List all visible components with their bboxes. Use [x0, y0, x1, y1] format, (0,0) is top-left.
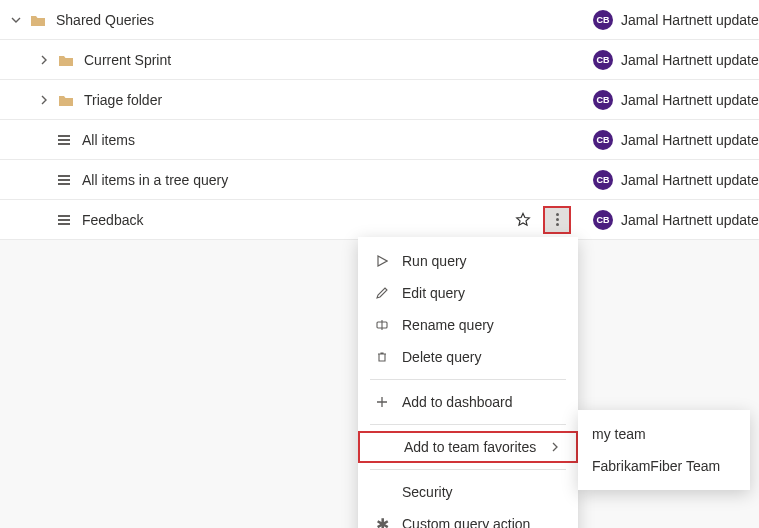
folder-icon	[58, 52, 74, 68]
svg-rect-2	[58, 143, 70, 145]
tree-row-triage-folder[interactable]: Triage folder CB Jamal Hartnett updated …	[0, 80, 759, 120]
more-actions-button[interactable]	[543, 206, 571, 234]
tree-item-label: Feedback	[82, 212, 143, 228]
avatar: CB	[593, 130, 613, 150]
menu-delete-query[interactable]: Delete query	[358, 341, 578, 373]
menu-security[interactable]: Security	[358, 476, 578, 508]
star-filled-icon: ✱	[374, 516, 390, 528]
svg-rect-3	[58, 175, 70, 177]
trash-icon	[374, 349, 390, 365]
menu-edit-query[interactable]: Edit query	[358, 277, 578, 309]
tree-row-current-sprint[interactable]: Current Sprint CB Jamal Hartnett updated…	[0, 40, 759, 80]
menu-add-team-favorites[interactable]: Add to team favorites	[358, 431, 578, 463]
tree-item-label: Current Sprint	[84, 52, 171, 68]
svg-rect-4	[58, 179, 70, 181]
chevron-right-icon[interactable]	[36, 92, 52, 108]
submenu-fabrikamfiber-team[interactable]: FabrikamFiber Team	[578, 450, 750, 482]
avatar: CB	[593, 50, 613, 70]
tree-row-shared-queries[interactable]: Shared Queries CB Jamal Hartnett updated…	[0, 0, 759, 40]
menu-separator	[370, 469, 566, 470]
menu-label: Rename query	[402, 317, 494, 333]
play-icon	[374, 253, 390, 269]
svg-rect-6	[58, 215, 70, 217]
tree-item-label: Shared Queries	[56, 12, 154, 28]
svg-rect-0	[58, 135, 70, 137]
svg-rect-1	[58, 139, 70, 141]
chevron-down-icon[interactable]	[8, 12, 24, 28]
menu-run-query[interactable]: Run query	[358, 245, 578, 277]
updated-text: Jamal Hartnett updated 9	[621, 172, 759, 188]
svg-rect-8	[58, 223, 70, 225]
tree-row-feedback[interactable]: Feedback CB Jamal Hartnett updated 9	[0, 200, 759, 240]
query-icon	[56, 172, 72, 188]
updated-text: Jamal Hartnett updated 9	[621, 132, 759, 148]
menu-label: Security	[402, 484, 453, 500]
menu-custom-query-action[interactable]: ✱ Custom query action	[358, 508, 578, 528]
tree-item-label: All items	[82, 132, 135, 148]
folder-icon	[30, 12, 46, 28]
svg-rect-5	[58, 183, 70, 185]
menu-rename-query[interactable]: Rename query	[358, 309, 578, 341]
updated-text: Jamal Hartnett updated 9	[621, 52, 759, 68]
chevron-right-icon[interactable]	[36, 52, 52, 68]
tree-item-label: All items in a tree query	[82, 172, 228, 188]
submenu-label: FabrikamFiber Team	[592, 458, 720, 474]
chevron-right-icon	[550, 439, 560, 455]
svg-rect-7	[58, 219, 70, 221]
menu-label: Edit query	[402, 285, 465, 301]
menu-label: Custom query action	[402, 516, 530, 528]
avatar: CB	[593, 90, 613, 110]
plus-icon	[374, 394, 390, 410]
tree-row-all-items[interactable]: All items CB Jamal Hartnett updated 9	[0, 120, 759, 160]
tree-row-all-items-tree[interactable]: All items in a tree query CB Jamal Hartn…	[0, 160, 759, 200]
menu-label: Run query	[402, 253, 467, 269]
updated-text: Jamal Hartnett updated 9	[621, 12, 759, 28]
submenu-label: my team	[592, 426, 646, 442]
query-icon	[56, 212, 72, 228]
updated-text: Jamal Hartnett updated 9	[621, 92, 759, 108]
avatar: CB	[593, 210, 613, 230]
folder-icon	[58, 92, 74, 108]
team-favorites-submenu: my team FabrikamFiber Team	[578, 410, 750, 490]
pencil-icon	[374, 285, 390, 301]
query-icon	[56, 132, 72, 148]
submenu-my-team[interactable]: my team	[578, 418, 750, 450]
favorite-star-icon[interactable]	[511, 208, 535, 232]
menu-add-dashboard[interactable]: Add to dashboard	[358, 386, 578, 418]
menu-separator	[370, 379, 566, 380]
avatar: CB	[593, 10, 613, 30]
tree-item-label: Triage folder	[84, 92, 162, 108]
rename-icon	[374, 317, 390, 333]
avatar: CB	[593, 170, 613, 190]
menu-label: Add to dashboard	[402, 394, 513, 410]
more-vertical-icon	[556, 213, 559, 226]
context-menu: Run query Edit query Rename query Delete…	[358, 237, 578, 528]
menu-label: Add to team favorites	[404, 439, 536, 455]
updated-text: Jamal Hartnett updated 9	[621, 212, 759, 228]
query-tree: Shared Queries CB Jamal Hartnett updated…	[0, 0, 759, 240]
menu-separator	[370, 424, 566, 425]
menu-label: Delete query	[402, 349, 481, 365]
